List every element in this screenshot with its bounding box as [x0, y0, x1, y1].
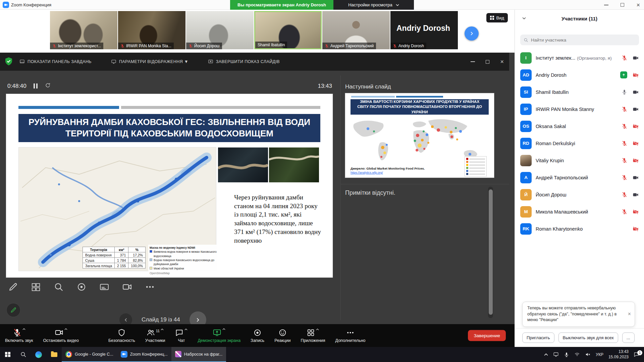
display-settings-button[interactable]: ПАРАМЕТРИ ВІДОБРАЖЕННЯ ▼ [111, 59, 189, 64]
participant-row[interactable]: IP IRWiR PAN Monika Stanny [515, 101, 644, 118]
file-explorer-button[interactable] [46, 347, 62, 362]
world-map-legend [465, 156, 487, 177]
minimize-button[interactable] [471, 61, 475, 62]
mute-all-button[interactable]: Выключить звук для всех [558, 333, 618, 343]
chevron-up-icon[interactable] [316, 328, 319, 330]
pen-tool-icon[interactable] [8, 282, 18, 292]
chevron-up-icon[interactable] [222, 328, 225, 330]
stop-video-button[interactable]: Остановить видео [38, 324, 84, 347]
action-center-button[interactable]: 1 [634, 352, 639, 357]
participant-search[interactable] [520, 35, 639, 45]
start-button[interactable] [0, 347, 15, 362]
participant-row[interactable]: SI Shamil Ibatullin [515, 83, 644, 101]
taskbar-snip-window[interactable]: Набросок на фраг... [171, 347, 226, 362]
toast-close-icon[interactable]: × [628, 310, 631, 318]
taskbar-chrome-window[interactable]: Google - Google C... [62, 347, 117, 362]
participant-name: Roman Kharytonenko [536, 226, 629, 232]
display-tray-icon[interactable] [553, 352, 559, 357]
participant-row[interactable]: Vitaliy Krupin [515, 152, 644, 169]
participant-row[interactable]: Й Йосип Дорош [515, 186, 644, 203]
share-screen-button[interactable]: Демонстрация экрана [193, 324, 246, 347]
avatar: М [520, 206, 532, 218]
current-slide[interactable]: РУЙНУВАННЯ ДАМБИ КАХОВСЬКОЇ ГЕС: ЗВІЛЬНЕ… [6, 94, 333, 278]
end-meeting-button[interactable]: Завершение [468, 330, 506, 341]
maximize-button[interactable] [621, 3, 624, 7]
video-tile[interactable]: Інститут землекорист... [50, 11, 117, 49]
close-button[interactable]: × [500, 59, 504, 65]
minimize-button[interactable] [604, 5, 608, 5]
participant-row[interactable]: RK Roman Kharytonenko [515, 220, 644, 237]
mic-tray-icon[interactable] [564, 352, 569, 357]
more-tools-icon[interactable] [145, 282, 155, 292]
presentation-timer: 0:48:40 [7, 83, 26, 89]
video-tile[interactable]: Андрей Тарнопольский [322, 11, 390, 49]
meeting-toolbar: Включить звук Остановить видео Безопасно… [0, 324, 515, 347]
collapse-panel-chevron-icon[interactable] [522, 17, 526, 19]
participant-row[interactable]: М Микола Малашевський [515, 203, 644, 220]
slide-accent-bar [121, 106, 320, 109]
chevron-up-icon[interactable] [64, 328, 67, 330]
security-button[interactable]: Безопасность [103, 324, 140, 347]
participant-row[interactable]: OS Oksana Sakal [515, 118, 644, 135]
close-button[interactable]: × [636, 2, 640, 8]
notes-scrollbar[interactable] [488, 187, 493, 318]
restore-button[interactable] [486, 60, 489, 64]
video-tile-active-speaker[interactable]: Shamil Ibatullin [254, 11, 322, 49]
shield-icon [117, 328, 126, 337]
participant-row[interactable]: І Інститут землек...(Организатор, я) [515, 49, 644, 66]
slide-grid-icon[interactable] [31, 282, 41, 292]
chat-button[interactable]: Чат [170, 324, 193, 347]
participant-row[interactable]: AD Andriy Dorosh [515, 66, 644, 83]
video-tile[interactable]: IRWiR PAN Monika Sta... [118, 11, 185, 49]
hidden-icons-chevron-icon[interactable] [544, 353, 548, 356]
restart-timer-button[interactable] [45, 82, 51, 88]
more-options-button[interactable]: ... [622, 333, 635, 343]
chevron-up-icon[interactable] [22, 328, 25, 330]
volume-muted-icon[interactable] [585, 352, 591, 357]
table-header: % [128, 247, 146, 252]
chevron-up-icon[interactable] [184, 328, 187, 330]
tile-name: Andriy Dorosh [398, 44, 424, 48]
participants-panel-title: Участники (11) [515, 10, 644, 27]
laser-pointer-icon[interactable] [76, 282, 87, 292]
apps-button[interactable]: Приложения [296, 324, 330, 347]
show-taskbar-button[interactable]: ПОКАЗАТИ ПАНЕЛЬ ЗАВДАНЬ [19, 59, 92, 64]
taskbar-zoom-window[interactable]: Zoom Конференц... [117, 347, 171, 362]
participant-row[interactable]: RD Roman Derkulskyi [515, 135, 644, 152]
camera-tool-icon[interactable] [122, 282, 132, 292]
next-slide-preview[interactable]: ЗМІНА ВАРТОСТІ КОРЗИНИ ХАРЧОВИХ ПРОДУКТІ… [345, 93, 494, 178]
legend-item: Виявлена водна поверхня в межах Каховськ… [150, 250, 219, 258]
next-participants-page-button[interactable] [465, 26, 479, 41]
more-button[interactable]: Дополнительно [330, 324, 371, 347]
video-tile[interactable]: Йосип Дорош [186, 11, 254, 49]
search-input[interactable] [531, 38, 636, 43]
tile-name: Йосип Дорош [194, 44, 220, 48]
chevron-up-icon[interactable] [161, 328, 164, 330]
view-layout-button[interactable]: Вид [486, 13, 508, 22]
taskbar-clock[interactable]: 13:43 15.09.2023 [608, 349, 629, 360]
video-tile-no-video[interactable]: Andriy Dorosh Andriy Dorosh [390, 11, 458, 49]
mic-on-icon [622, 89, 627, 95]
search-icon [524, 38, 528, 43]
chevron-right-icon [195, 317, 201, 323]
magnifier-tool-icon[interactable] [54, 282, 64, 292]
annotation-pencil-button[interactable] [7, 303, 20, 317]
participants-button[interactable]: 11 Участники [140, 324, 170, 347]
subtitles-icon[interactable] [99, 282, 109, 292]
wifi-icon[interactable] [574, 352, 580, 357]
map-credit: OpenStreetMap [150, 271, 219, 275]
scrollbar-thumb[interactable] [489, 189, 493, 315]
view-settings-button[interactable]: Настройки просмотра [333, 0, 414, 10]
legend-chip [150, 250, 152, 253]
invite-button[interactable]: Пригласить [522, 333, 554, 343]
pause-timer-button[interactable] [34, 83, 38, 88]
next-slide-source-link: https://analytics.wfp.org/ [351, 171, 383, 174]
participant-row[interactable]: А Андрей Тарнопольский [515, 169, 644, 186]
taskbar-search-button[interactable] [15, 347, 31, 362]
end-slideshow-button[interactable]: ЗАВЕРШИТИ ПОКАЗ СЛАЙДІВ [208, 59, 280, 64]
record-button[interactable]: Запись [246, 324, 269, 347]
reactions-button[interactable]: Реакции [269, 324, 296, 347]
language-indicator[interactable]: УКР [596, 352, 603, 357]
edge-browser-button[interactable] [31, 347, 46, 362]
unmute-button[interactable]: Включить звук [0, 324, 38, 347]
